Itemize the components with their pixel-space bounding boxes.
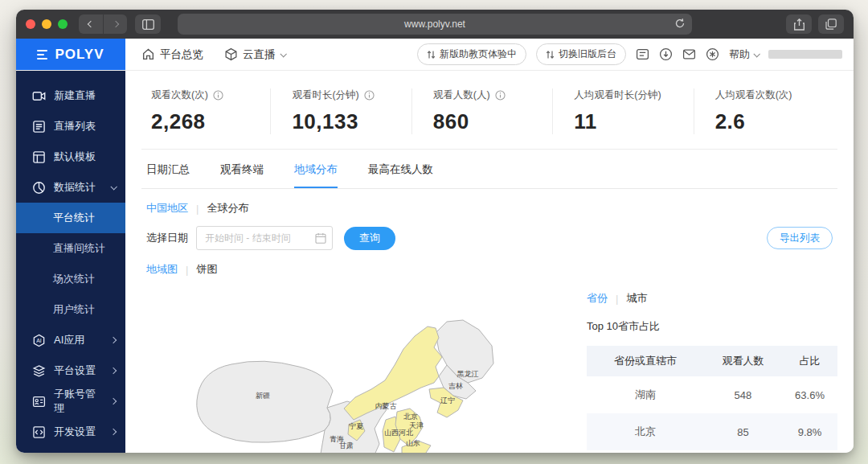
- sidebar-sublabel: 场次统计: [53, 272, 95, 286]
- china-map[interactable]: 新疆 黑龙江 吉林 辽宁 内蒙古 北京 天津 宁夏 山西 河北 山东 青海 甘肃: [141, 280, 571, 453]
- news-icon[interactable]: [636, 47, 649, 61]
- sidebar-label: AI应用: [54, 333, 103, 347]
- browser-tabs-button[interactable]: [818, 14, 844, 34]
- region-switch: 中国地区 | 全球分布: [141, 189, 837, 216]
- sidebar-subitem-room-statistics[interactable]: 直播间统计: [16, 233, 125, 264]
- sidebar: 新建直播 直播列表 默认模板 数据统计 平台统计 直播间统计 场: [16, 71, 125, 453]
- sidebar-label: 直播列表: [54, 119, 116, 133]
- sidebar-item-developer-settings[interactable]: 开发设置: [16, 417, 125, 447]
- province-city-switch: 省份 | 城市: [587, 288, 837, 306]
- browser-address-bar[interactable]: www.polyv.net: [178, 14, 692, 35]
- cell-pct: 9.8%: [782, 413, 837, 450]
- sidebar-icon: [142, 19, 154, 30]
- cell-province: 湖北: [587, 450, 704, 453]
- stat-label: 观看次数(次): [151, 88, 208, 102]
- sidebar-item-new-live[interactable]: 新建直播: [16, 80, 125, 111]
- help-label: 帮助: [729, 47, 750, 62]
- sidebar-label: 默认模板: [54, 150, 116, 164]
- stat-card-views: 观看次数(次) 2,268: [145, 88, 270, 134]
- info-icon[interactable]: [364, 90, 375, 101]
- nav-cloud-live[interactable]: 云直播: [224, 47, 285, 62]
- sidebar-item-live-list[interactable]: 直播列表: [16, 111, 125, 142]
- service-icon[interactable]: [706, 47, 719, 61]
- minimize-window-button[interactable]: [42, 19, 51, 29]
- browser-window: www.polyv.net POLYV 平台总览 云直播: [16, 10, 854, 453]
- code-icon: [32, 425, 46, 439]
- query-button[interactable]: 查询: [344, 227, 395, 250]
- svg-text:AI: AI: [36, 338, 42, 343]
- menu-collapse-icon[interactable]: [37, 50, 47, 60]
- browser-sidebar-toggle-button[interactable]: [135, 14, 161, 34]
- tab-region-distribution[interactable]: 地域分布: [294, 162, 338, 188]
- switch-arrows-icon: [546, 50, 555, 60]
- stats-summary-row: 观看次数(次) 2,268 观看时长(分钟) 10,133 观看人数(人) 86…: [141, 71, 837, 150]
- sidebar-item-default-template[interactable]: 默认模板: [16, 142, 125, 172]
- zoom-window-button[interactable]: [58, 19, 68, 29]
- browser-share-button[interactable]: [786, 14, 812, 34]
- map-label-heilongjiang: 黑龙江: [457, 369, 479, 380]
- new-assistant-page-button[interactable]: 新版助教页体验中: [417, 43, 526, 65]
- stat-value: 860: [433, 109, 552, 134]
- sidebar-item-platform-settings[interactable]: 平台设置: [16, 355, 125, 386]
- tab-max-online[interactable]: 最高在线人数: [368, 162, 433, 188]
- account-name-redacted[interactable]: [768, 50, 842, 59]
- export-list-button[interactable]: 导出列表: [767, 227, 833, 249]
- calendar-icon[interactable]: [315, 232, 326, 244]
- cell-viewers: 85: [704, 413, 782, 450]
- city-toggle-link[interactable]: 城市: [626, 291, 647, 306]
- table-header-row: 省份或直辖市 观看人数 占比: [587, 346, 837, 376]
- tab-date-summary[interactable]: 日期汇总: [146, 162, 190, 188]
- download-icon[interactable]: [659, 47, 673, 61]
- table-row: 北京 85 9.8%: [587, 413, 837, 450]
- sidebar-sublabel: 直播间统计: [53, 241, 105, 256]
- col-header-province: 省份或直辖市: [587, 346, 704, 376]
- polyv-logo[interactable]: POLYV: [16, 39, 125, 70]
- stat-card-avg-views: 人均观看次数(次) 2.6: [694, 88, 834, 134]
- logo-text: POLYV: [55, 47, 104, 63]
- help-menu[interactable]: 帮助: [729, 47, 759, 62]
- browser-forward-button[interactable]: [103, 14, 127, 34]
- statistics-tabs: 日期汇总 观看终端 地域分布 最高在线人数: [141, 150, 837, 189]
- tab-watch-terminal[interactable]: 观看终端: [220, 162, 264, 188]
- sidebar-item-ai-apps[interactable]: AI AI应用: [16, 325, 125, 355]
- cell-viewers: 83: [704, 450, 782, 453]
- url-text: www.polyv.net: [404, 18, 465, 30]
- stat-card-viewers: 观看人数(人) 860: [411, 88, 552, 134]
- stat-value: 2,268: [151, 109, 270, 134]
- info-icon[interactable]: [213, 90, 223, 101]
- sidebar-subitem-user-statistics[interactable]: 用户统计: [16, 294, 125, 325]
- id-card-icon: [32, 395, 46, 409]
- sidebar-item-subaccount-management[interactable]: 子账号管理: [16, 386, 125, 417]
- date-range-input[interactable]: [196, 226, 333, 250]
- nav-overview-label: 平台总览: [160, 47, 203, 62]
- col-header-pct: 占比: [782, 346, 837, 376]
- date-filter-row: 选择日期 查询 导出列表: [141, 216, 837, 250]
- nav-platform-overview[interactable]: 平台总览: [141, 47, 203, 62]
- province-toggle-link[interactable]: 省份: [587, 291, 608, 306]
- close-window-button[interactable]: [26, 19, 35, 29]
- sidebar-label: 平台设置: [54, 363, 103, 378]
- sidebar-subitem-platform-statistics[interactable]: 平台统计: [16, 203, 125, 233]
- sidebar-subitem-session-statistics[interactable]: 场次统计: [16, 264, 125, 294]
- reload-icon[interactable]: [674, 18, 686, 29]
- global-region-link[interactable]: 全球分布: [207, 201, 248, 216]
- info-icon[interactable]: [495, 90, 506, 101]
- stat-value: 11: [574, 109, 693, 134]
- sidebar-label: 数据统计: [54, 180, 103, 195]
- mail-icon[interactable]: [682, 47, 696, 61]
- date-filter-label: 选择日期: [146, 231, 188, 245]
- sidebar-label: 新建直播: [54, 88, 116, 103]
- share-icon: [794, 18, 805, 31]
- traffic-lights: [26, 19, 68, 29]
- tab-overview-icon: [825, 18, 837, 30]
- browser-back-button[interactable]: [79, 14, 103, 34]
- divider: |: [616, 293, 618, 305]
- stat-value: 2.6: [715, 109, 834, 134]
- table-row: 湖北 83 9.6%: [587, 450, 837, 453]
- map-view-link[interactable]: 地域图: [146, 262, 178, 277]
- sidebar-item-data-statistics[interactable]: 数据统计: [16, 172, 125, 203]
- top10-title: Top 10省市占比: [587, 319, 837, 334]
- switch-old-console-button[interactable]: 切换旧版后台: [536, 43, 626, 65]
- pie-view-link[interactable]: 饼图: [196, 262, 217, 277]
- china-region-link[interactable]: 中国地区: [146, 201, 188, 216]
